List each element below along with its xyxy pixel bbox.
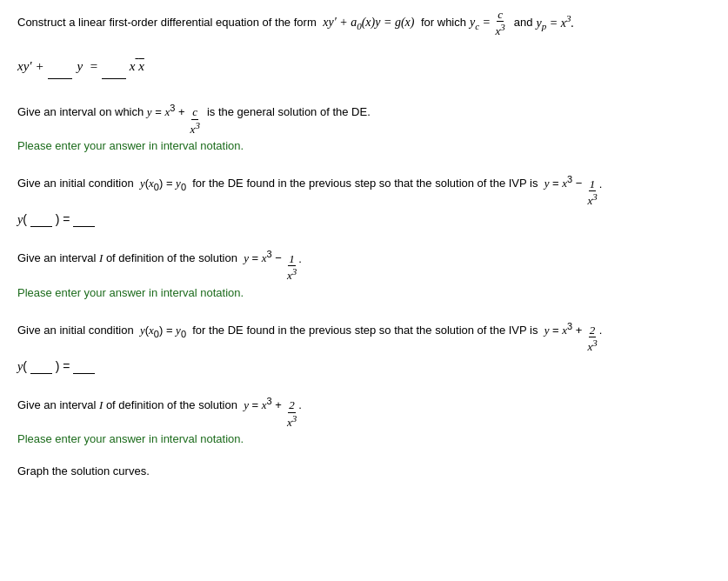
- section4-period: .: [599, 320, 603, 340]
- section2-line: Give an initial condition y(x0) = y0 for…: [17, 171, 711, 207]
- section4-answer: y( ) =: [17, 359, 711, 374]
- blank1-underline[interactable]: [48, 55, 72, 79]
- section3-fraction: 1 x3: [286, 253, 297, 283]
- section2-answer: y( ) =: [17, 212, 711, 227]
- section2-fraction: 1 x3: [586, 178, 598, 208]
- section4-line: Give an initial condition y(x0) = y0 for…: [17, 318, 711, 354]
- construct-line: Construct a linear first-order different…: [17, 9, 711, 38]
- section4-blank-x[interactable]: [30, 359, 52, 374]
- section3-period: .: [298, 249, 302, 269]
- section2-intro: Give an initial condition y(x0) = y0 for…: [17, 171, 582, 197]
- for-which-text: for which: [421, 12, 466, 32]
- section3-please: Please enter your answer in interval not…: [17, 286, 711, 299]
- section1-please: Please enter your answer in interval not…: [17, 139, 711, 152]
- equation-input-section: xy′ + y = x x: [17, 54, 711, 79]
- section-general-solution: Give an interval on which y = x3 + c x3 …: [17, 100, 711, 152]
- footer-section: Graph the solution curves.: [17, 464, 711, 477]
- form-equation: xy′ + a0(x)y = g(x): [320, 11, 417, 36]
- footer-text: Graph the solution curves.: [17, 464, 711, 477]
- section5-period: .: [298, 395, 302, 415]
- section4-fraction: 2 x3: [586, 324, 598, 354]
- section-initial-condition-1: Give an initial condition y(x0) = y0 for…: [17, 171, 711, 227]
- section2-rparen-eq: ) =: [56, 212, 74, 226]
- vc-expression: yc = c x3: [470, 9, 507, 38]
- and-text: and: [514, 12, 533, 32]
- section4-y-label: y(: [17, 359, 27, 373]
- equation-line: xy′ + y = x x: [17, 54, 711, 79]
- section5-please: Please enter your answer in interval not…: [17, 432, 711, 445]
- section4-intro: Give an initial condition y(x0) = y0 for…: [17, 318, 582, 344]
- section2-period: .: [599, 174, 603, 194]
- y-var: y =: [77, 55, 98, 78]
- section2-y-label: y(: [17, 212, 27, 226]
- problem-statement: Construct a linear first-order different…: [17, 9, 711, 38]
- xy-prime: xy′ +: [17, 55, 44, 78]
- section2-blank-x[interactable]: [30, 212, 52, 227]
- section-interval-def-1: Give an interval I of definition of the …: [17, 246, 711, 298]
- section4-rparen-eq: ) =: [56, 359, 74, 373]
- section4-blank-y[interactable]: [73, 359, 95, 374]
- section3-intro: Give an interval I of definition of the …: [17, 246, 282, 269]
- section2-blank-y[interactable]: [73, 212, 95, 227]
- section-initial-condition-2: Give an initial condition y(x0) = y0 for…: [17, 318, 711, 374]
- section5-line: Give an interval I of definition of the …: [17, 393, 711, 429]
- vp-expression: yp = x3.: [537, 10, 574, 36]
- section1-line: Give an interval on which y = x3 + c x3 …: [17, 100, 711, 136]
- construct-text: Construct a linear first-order different…: [17, 12, 317, 32]
- section3-line: Give an interval I of definition of the …: [17, 246, 711, 282]
- section1-fraction: c x3: [190, 106, 201, 136]
- section1-intro: Give an interval on which y = x3 +: [17, 100, 185, 123]
- x-overline: x: [138, 55, 144, 78]
- x-bar: x: [130, 54, 138, 78]
- section5-intro: Give an interval I of definition of the …: [17, 393, 282, 416]
- blank2-underline[interactable]: [102, 55, 126, 79]
- section5-fraction: 2 x3: [286, 399, 297, 429]
- section-interval-def-2: Give an interval I of definition of the …: [17, 393, 711, 445]
- section1-rest: is the general solution of the DE.: [207, 102, 371, 122]
